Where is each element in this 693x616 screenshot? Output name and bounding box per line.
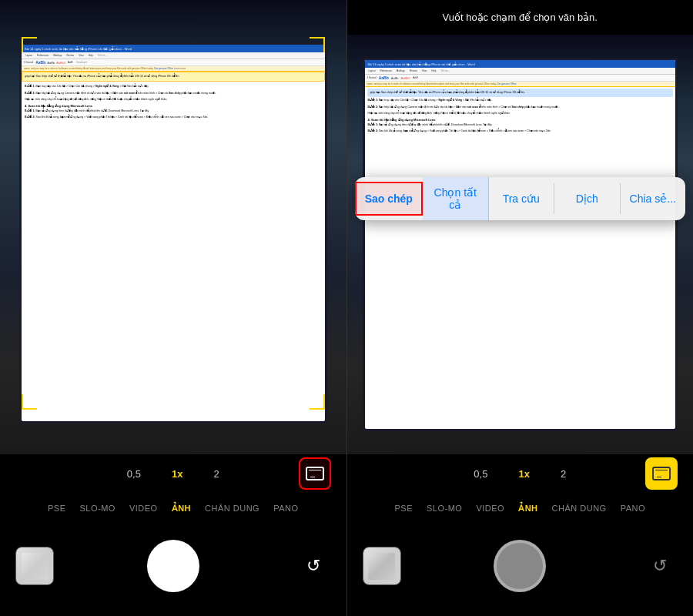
scan-corner-tr — [310, 37, 325, 52]
mode-pse-left[interactable]: PSE — [48, 504, 66, 513]
scan-line2 — [310, 477, 315, 477]
camera-view-left: Bài 14 ngày 5 cách scan tài liệu văn bản… — [0, 0, 346, 454]
get-office-link: Get genuine Office — [154, 67, 173, 70]
mode-pse-right[interactable]: PSE — [394, 504, 413, 513]
thumbnail-left[interactable] — [15, 547, 54, 585]
scan-corner-tl — [22, 37, 37, 52]
chon-tat-ca-button[interactable]: Chọn tất cả — [423, 177, 489, 220]
tab-tell: Tell me... — [96, 53, 109, 58]
font-ab-r: AaB — [413, 76, 418, 79]
tab-mailings-r: Mailings — [395, 69, 407, 73]
mode-selector-left: PSE SLO-MO VIDEO ẢNH CHÂN DUNG PANO — [0, 493, 346, 524]
shutter-button-left[interactable] — [147, 540, 199, 592]
chia-se-button[interactable]: Chia sẻ... — [621, 183, 686, 214]
chia-se-label: Chia sẻ... — [630, 192, 676, 205]
tab-mailings: Mailings — [52, 53, 63, 58]
thumbnail-right[interactable] — [363, 547, 401, 585]
s1b-r: Bước 1: — [368, 99, 379, 102]
ls2-bold2: bạn — [60, 116, 65, 119]
mode-slomo-right[interactable]: SLO-MO — [427, 504, 462, 513]
saochep-b-r: Sao chép — [512, 105, 524, 109]
shutter-area-left: ↺ — [0, 524, 346, 608]
note-text-r: Hiện tại, tính năng này chỉ hoạt động tố… — [365, 112, 676, 116]
dich-button[interactable]: Dịch — [554, 183, 621, 214]
tab-view: View — [77, 53, 85, 58]
thumbnail-image-right — [363, 547, 400, 584]
ls2b-r: Bước 2: — [368, 129, 379, 132]
step1-text: Bước 1: Bạn truy cập vào Cài đặt > Chọn … — [22, 85, 325, 89]
rotate-button-left[interactable]: ↺ — [300, 552, 327, 580]
sao-chep-label: Sao chép — [365, 192, 413, 205]
zoom-two-right[interactable]: 2 — [561, 468, 566, 480]
zoom-one-right[interactable]: 1x — [518, 468, 529, 480]
chon-tat-ca-label: Chọn tất cả — [434, 186, 477, 211]
lens-step2-r: Bước 2: Sau khi đã tải xong, bạn mở ứng … — [365, 129, 676, 133]
font-cc2-r: AaBbC — [401, 76, 411, 80]
font-cc: AaBb — [47, 61, 55, 65]
font-row: 1 Normal AaBb AaBb AaBbC AaB Heading 6 — [22, 59, 325, 66]
note-text: Hiện tại, tính năng này chỉ hoạt động tố… — [22, 98, 325, 102]
word-tabs-right: Layout References Mailings Review View H… — [365, 68, 676, 75]
s1b2-r: Ngôn ngữ & Vùng — [439, 99, 462, 102]
tab-references-r: References — [379, 69, 393, 73]
font-ab: AaB — [68, 61, 73, 64]
mode-anh-left[interactable]: ẢNH — [172, 504, 191, 514]
tra-cuu-button[interactable]: Tra cứu — [489, 183, 555, 214]
thumbnail-image-left — [16, 547, 53, 584]
mode-video-left[interactable]: VIDEO — [129, 504, 158, 513]
scan-icon-button-right[interactable] — [645, 457, 678, 490]
tab-review-r: Review — [408, 69, 419, 73]
mode-pano-right[interactable]: PANO — [621, 504, 645, 513]
scan-b-r: nút scan — [467, 105, 478, 109]
font-row-right: 1 Normal AaBb AaBb AaBbC AaB — [365, 75, 676, 82]
mode-anh-right[interactable]: ẢNH — [518, 504, 537, 514]
ls2-bold: Bước 2: — [25, 116, 35, 119]
shutter-button-right[interactable] — [494, 540, 546, 592]
lens-step1: Bước 1: Bạn tải ứng dụng theo đường dẫn … — [22, 109, 325, 113]
tab-view-r: View — [420, 69, 428, 73]
zoom-half-left[interactable]: 0,5 — [127, 468, 141, 480]
zoom-one-left[interactable]: 1x — [172, 468, 182, 480]
mode-chandung-left[interactable]: CHÂN DUNG — [205, 504, 259, 513]
zoom-two-left[interactable]: 2 — [213, 468, 219, 480]
scan-corner-br — [310, 394, 325, 410]
warning-bar-right: name, and you may be a victim of softwar… — [365, 82, 676, 87]
sao-chep-button[interactable]: Sao chép — [355, 182, 424, 216]
rotate-button-right[interactable]: ↺ — [646, 552, 674, 580]
dich-label: Dịch — [576, 192, 598, 205]
tab-references: References — [35, 53, 50, 58]
learn-more: Learn more — [174, 67, 186, 70]
word-titlebar: Bài 14 ngày 5 cách scan tài liệu văn bản… — [22, 45, 325, 52]
mode-pano-left[interactable]: PANO — [273, 504, 298, 513]
ls2b2-r: bạn — [403, 129, 408, 132]
context-menu: Sao chép Chọn tất cả Tra cứu Dịch Chia s… — [355, 177, 686, 220]
camera-controls-right: 0,5 1x 2 — [347, 454, 694, 493]
context-menu-row: Sao chép Chọn tất cả Tra cứu Dịch Chia s… — [355, 177, 686, 220]
warning-bar: name, and you may be a victim of softwar… — [22, 66, 325, 72]
heading-lens-r: 4. Scan tài liệu bằng ứng dụng Microsoft… — [365, 118, 676, 122]
scan-bold: nút scan — [124, 92, 135, 95]
hint-bar-right: Vuốt hoặc chạm để chọn văn bản. — [347, 0, 694, 35]
mode-video-right[interactable]: VIDEO — [476, 504, 504, 513]
font-name: 1 Normal — [24, 61, 33, 64]
mode-slomo-left[interactable]: SLO-MO — [80, 504, 116, 513]
word-doc: Bài 14 ngày 5 cách scan tài liệu văn bản… — [22, 45, 325, 421]
lens-step2: Bước 2: Sau khi đã tải xong, bạn mở ứng … — [22, 116, 325, 119]
step2-text-r: Bước 2: Bạn hãy bật ứng dụng Camera mặc … — [365, 105, 676, 109]
step1-bold2: Ngôn ngữ & Vùng — [95, 85, 119, 88]
zoom-half-right[interactable]: 0,5 — [474, 468, 487, 480]
ls1b-r: Bước 1: — [368, 123, 379, 126]
word-tabs: Layout References Mailings Review View H… — [22, 52, 325, 59]
scan-icon-button-left[interactable] — [299, 457, 331, 490]
tab-layout: Layout — [24, 53, 34, 58]
step2-text: Bước 2: Bạn hãy bật ứng dụng Camera mặc … — [22, 92, 325, 95]
mode-selector-right: PSE SLO-MO VIDEO ẢNH CHÂN DUNG PANO — [347, 493, 694, 524]
lens-step1-r: Bước 1: Bạn tải ứng dụng theo đường dẫn … — [365, 123, 676, 127]
shutter-area-right: ↺ — [347, 524, 694, 608]
mode-chandung-right[interactable]: CHÂN DUNG — [552, 504, 607, 513]
s2b-r: Bước 2: — [368, 105, 379, 109]
word-titlebar-right: Bài 14 ngày 5 cách scan tài liệu văn bản… — [365, 60, 676, 68]
tab-help-r: Help — [430, 69, 437, 73]
step1-bold: Bước 1: — [25, 85, 35, 88]
camera-controls-left: 0,5 1x 2 — [0, 454, 346, 493]
